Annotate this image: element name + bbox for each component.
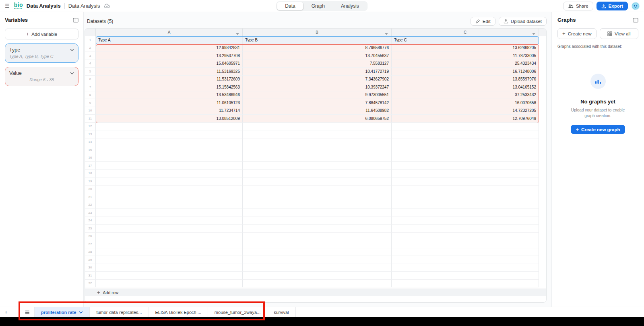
row-number[interactable]: 18: [85, 170, 96, 178]
chevron-down-icon[interactable]: [532, 31, 535, 36]
table-cell[interactable]: [243, 217, 392, 225]
table-cell[interactable]: Type C: [392, 36, 539, 44]
upload-dataset-button[interactable]: Upload dataset: [499, 17, 547, 26]
chevron-down-icon[interactable]: [385, 31, 388, 36]
table-cell[interactable]: [243, 154, 392, 162]
row-number[interactable]: 29: [85, 256, 96, 264]
table-cell[interactable]: 6.080659752: [243, 115, 392, 123]
row-number[interactable]: 32: [85, 280, 96, 288]
table-cell[interactable]: [96, 162, 243, 170]
table-cell[interactable]: [392, 280, 539, 288]
row-number[interactable]: 15: [85, 146, 96, 154]
table-cell[interactable]: 7.5583127: [243, 60, 392, 68]
table-cell[interactable]: 13.70455637: [243, 52, 392, 60]
add-row-button[interactable]: + Add row: [85, 289, 546, 296]
variable-card-value[interactable]: Value Range 6 - 38: [5, 67, 78, 86]
table-cell[interactable]: [392, 130, 539, 138]
table-cell[interactable]: 13.04165152: [392, 83, 539, 91]
table-cell[interactable]: 8.796586776: [243, 44, 392, 52]
row-number[interactable]: 24: [85, 217, 96, 225]
row-number[interactable]: 3: [85, 52, 96, 60]
table-cell[interactable]: 12.99342831: [96, 44, 243, 52]
table-cell[interactable]: [243, 225, 392, 233]
table-cell[interactable]: [392, 123, 539, 131]
chevron-down-icon[interactable]: [70, 72, 74, 74]
table-cell[interactable]: [392, 201, 539, 209]
column-header[interactable]: B: [243, 29, 392, 36]
create-new-button[interactable]: + Create new: [557, 28, 597, 39]
row-number[interactable]: 25: [85, 225, 96, 233]
panel-collapse-icon[interactable]: [73, 17, 78, 23]
chevron-down-icon[interactable]: [236, 31, 239, 36]
table-cell[interactable]: [96, 217, 243, 225]
row-number[interactable]: 7: [85, 83, 96, 91]
table-cell[interactable]: [243, 130, 392, 138]
row-number[interactable]: 23: [85, 209, 96, 217]
column-header[interactable]: A: [96, 29, 243, 36]
table-cell[interactable]: 9.973005551: [243, 91, 392, 99]
row-number[interactable]: 30: [85, 264, 96, 272]
table-cell[interactable]: 11.53169325: [96, 68, 243, 76]
row-number[interactable]: 10: [85, 107, 96, 115]
table-cell[interactable]: [243, 240, 392, 248]
table-cell[interactable]: [96, 225, 243, 233]
view-tab-graph[interactable]: Graph: [303, 2, 333, 10]
row-number[interactable]: 5: [85, 68, 96, 76]
chevron-down-icon[interactable]: [70, 49, 74, 51]
table-cell[interactable]: 25.4323434: [392, 60, 539, 68]
table-cell[interactable]: [392, 233, 539, 241]
row-number[interactable]: 31: [85, 272, 96, 280]
table-cell[interactable]: [392, 217, 539, 225]
table-cell[interactable]: [243, 186, 392, 194]
row-number[interactable]: 6: [85, 76, 96, 84]
table-cell[interactable]: [96, 130, 243, 138]
row-number[interactable]: 22: [85, 201, 96, 209]
table-cell[interactable]: [392, 256, 539, 264]
sheet-tab[interactable]: survival: [267, 307, 295, 317]
table-cell[interactable]: [243, 146, 392, 154]
add-sheet-button[interactable]: +: [0, 307, 12, 317]
row-number[interactable]: 12: [85, 123, 96, 131]
table-cell[interactable]: [96, 209, 243, 217]
table-cell[interactable]: [96, 201, 243, 209]
table-cell[interactable]: [243, 272, 392, 280]
table-cell[interactable]: [392, 225, 539, 233]
table-cell[interactable]: [96, 154, 243, 162]
table-cell[interactable]: [96, 272, 243, 280]
table-cell[interactable]: [243, 177, 392, 186]
table-cell[interactable]: [392, 209, 539, 217]
table-cell[interactable]: 13.53486946: [96, 91, 243, 99]
table-cell[interactable]: [392, 170, 539, 178]
table-cell[interactable]: 15.15842563: [96, 83, 243, 91]
table-cell[interactable]: 13.29537708: [96, 52, 243, 60]
table-cell[interactable]: [392, 177, 539, 186]
sheet-tab[interactable]: ELISA-BioTek Epoch ...: [149, 307, 208, 317]
panel-collapse-icon[interactable]: [633, 17, 638, 23]
table-cell[interactable]: [96, 193, 243, 201]
table-cell[interactable]: [243, 209, 392, 217]
table-cell[interactable]: 16.0070658: [392, 99, 539, 107]
table-cell[interactable]: [392, 193, 539, 201]
table-cell[interactable]: [243, 201, 392, 209]
table-cell[interactable]: 11.53172609: [96, 76, 243, 84]
row-number[interactable]: 27: [85, 240, 96, 248]
sheet-tab[interactable]: mouse_tumor_3waya...: [208, 307, 267, 317]
table-cell[interactable]: Type A: [96, 36, 243, 44]
row-number[interactable]: 8: [85, 91, 96, 99]
table-cell[interactable]: [243, 264, 392, 272]
table-cell[interactable]: [96, 248, 243, 256]
table-cell[interactable]: [96, 170, 243, 178]
sheet-tab[interactable]: tumor-data-replicates...: [90, 307, 149, 317]
row-number[interactable]: 17: [85, 162, 96, 170]
table-cell[interactable]: 13.62868205: [392, 44, 539, 52]
add-variable-button[interactable]: + Add variable: [5, 29, 78, 39]
table-cell[interactable]: 10.41772719: [243, 68, 392, 76]
table-cell[interactable]: [243, 248, 392, 256]
row-number[interactable]: 1: [85, 36, 96, 44]
table-cell[interactable]: [243, 280, 392, 288]
table-cell[interactable]: 13.85597976: [392, 76, 539, 84]
table-cell[interactable]: [96, 280, 243, 288]
table-cell[interactable]: [96, 186, 243, 194]
table-cell[interactable]: [243, 193, 392, 201]
grid-corner[interactable]: [85, 29, 96, 36]
